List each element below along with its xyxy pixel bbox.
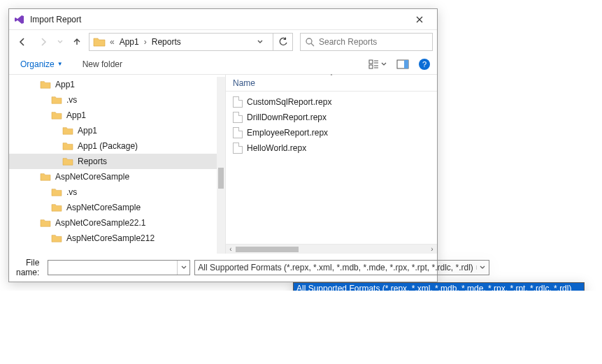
scroll-left-icon[interactable]: ‹ [226,245,236,253]
tree-item[interactable]: AspNetCoreSample [9,169,225,184]
bottom-row: File name: All Supported Formats (*.repx… [9,254,437,282]
breadcrumb-app1[interactable]: App1 [117,37,142,47]
folder-icon [51,110,62,120]
svg-point-0 [306,38,312,44]
file-item[interactable]: CustomSqlReport.repx [229,94,434,110]
view-options-button[interactable] [366,58,389,71]
tree-item[interactable]: AspNetCoreSample212 [9,231,225,246]
document-icon [233,127,243,138]
search-input[interactable] [319,37,428,47]
folder-icon [40,172,51,182]
refresh-button[interactable] [273,33,293,51]
file-type-dropdown-list[interactable]: All Supported Formats (*.repx, *.xml, *.… [293,282,585,291]
file-type-selected: All Supported Formats (*.repx, *.xml, *.… [195,263,475,272]
toolbar: Organize ▼ New folder ? [9,54,437,75]
breadcrumb-prefix: « [108,37,117,47]
folder-icon [62,141,73,151]
nav-forward-button[interactable] [34,33,52,51]
folder-icon [51,187,62,197]
file-item-label: EmployeeReport.repx [247,128,328,138]
folder-icon [62,156,73,166]
file-type-dropdown[interactable] [476,265,489,270]
file-name-combo[interactable] [48,260,190,275]
tree-item-label: AspNetCoreSample212 [65,233,155,243]
close-button[interactable] [408,13,431,27]
body-panes: App1.vsApp1App1App1 (Package)ReportsAspN… [9,75,437,254]
help-button[interactable]: ? [419,59,430,70]
chevron-right-icon[interactable]: › [142,37,149,47]
column-header-name[interactable]: ˄ Name [226,75,437,92]
tree-item-label: .vs [65,95,77,105]
folder-icon [40,80,51,89]
tree-item-label: AspNetCoreSample22.1 [54,218,145,228]
column-name-label: Name [233,78,255,88]
file-item-label: DrillDownReport.repx [247,112,327,122]
folder-icon [40,218,51,228]
window-title: Import Report [30,15,408,24]
file-item-label: CustomSqlReport.repx [247,97,331,107]
tree-item[interactable]: App1 (Package) [9,138,225,154]
breadcrumb-reports[interactable]: Reports [149,37,184,47]
organize-menu[interactable]: Organize ▼ [16,58,67,71]
nav-row: « App1 › Reports [9,30,437,54]
address-bar[interactable]: « App1 › Reports [89,33,273,51]
tree-item-label: App1 (Package) [76,141,138,151]
tree-item[interactable]: App1 [9,108,225,123]
svg-rect-1 [369,60,373,64]
chevron-down-icon: ▼ [57,61,63,67]
file-name-input[interactable] [48,261,177,275]
tree-item-label: Reports [76,156,107,166]
file-item-label: HelloWorld.repx [247,143,306,153]
tree-item[interactable]: App1 [9,77,225,92]
document-icon [233,96,243,108]
tree-item[interactable]: AspNetCoreSample [9,200,225,215]
file-item[interactable]: DrillDownReport.repx [229,110,434,125]
file-name-label: File name: [16,258,43,277]
file-pane: ˄ Name CustomSqlReport.repxDrillDownRepo… [226,75,437,254]
scroll-right-icon[interactable]: › [427,245,437,253]
address-dropdown[interactable] [257,40,271,44]
tree-item[interactable]: .vs [9,184,225,200]
tree-item-label: .vs [65,187,77,197]
folder-tree[interactable]: App1.vsApp1App1App1 (Package)ReportsAspN… [9,75,226,254]
svg-rect-4 [404,60,408,68]
tree-item-label: AspNetCoreSample [65,203,141,212]
tree-item-label: App1 [76,126,97,136]
tree-item[interactable]: AspNetCoreSample22.1 [9,215,225,231]
import-report-dialog: Import Report « App1 › Reports [8,8,438,282]
titlebar: Import Report [9,9,437,30]
file-name-dropdown[interactable] [177,261,189,275]
folder-icon [62,126,73,136]
folder-icon [51,203,62,212]
search-box[interactable] [300,33,433,51]
tree-scrollbar[interactable] [217,77,225,254]
tree-item-label: App1 [54,80,75,89]
file-item[interactable]: HelloWorld.repx [229,140,434,156]
file-type-filter[interactable]: All Supported Formats (*.repx, *.xml, *.… [194,260,489,275]
file-item[interactable]: EmployeeReport.repx [229,125,434,140]
folder-icon [51,95,62,105]
organize-label: Organize [20,59,55,69]
folder-icon [51,233,62,243]
new-folder-button[interactable]: New folder [80,58,125,71]
nav-recent-dropdown[interactable] [55,33,65,51]
tree-item[interactable]: App1 [9,123,225,138]
svg-rect-2 [369,65,373,68]
filter-option[interactable]: All Supported Formats (*.repx, *.xml, *.… [294,283,584,291]
folder-icon [92,35,106,49]
nav-up-button[interactable] [68,33,86,51]
document-icon [233,112,243,123]
file-list[interactable]: CustomSqlReport.repxDrillDownReport.repx… [226,92,437,159]
search-icon [305,37,315,47]
file-hscrollbar[interactable]: ‹ › [226,244,437,254]
preview-pane-button[interactable] [394,58,412,71]
tree-item[interactable]: Reports [9,154,225,169]
nav-back-button[interactable] [13,33,31,51]
document-icon [233,143,243,154]
sort-indicator-icon: ˄ [330,73,333,80]
tree-item-label: App1 [65,110,86,120]
tree-item-label: AspNetCoreSample [54,172,129,182]
tree-item[interactable]: .vs [9,92,225,108]
vs-app-icon [13,13,26,26]
